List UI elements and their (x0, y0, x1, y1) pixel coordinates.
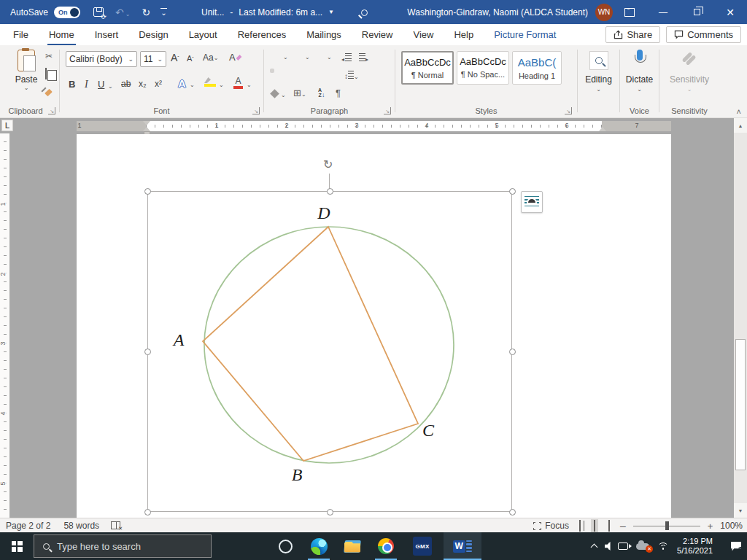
document-title[interactable]: Unit... - Last Modified: 6m a... ▼ (201, 0, 334, 24)
tab-insert[interactable]: Insert (85, 24, 129, 45)
taskbar-search-box[interactable]: Type here to search (34, 534, 212, 558)
rotate-handle-icon[interactable]: ↻ (323, 158, 333, 171)
style-heading1[interactable]: AaBbC( Heading 1 (512, 51, 562, 85)
clear-formatting-button[interactable]: A (229, 52, 241, 63)
tab-mailings[interactable]: Mailings (296, 24, 352, 45)
tab-picture-format[interactable]: Picture Format (484, 24, 566, 45)
bold-button[interactable]: B (69, 79, 75, 90)
autosave-toggle[interactable]: On (54, 7, 80, 18)
web-layout-button[interactable] (605, 519, 613, 532)
vertical-ruler[interactable]: 1 2 3 4 5 (0, 133, 9, 518)
resize-handle-bottom-left[interactable] (144, 509, 151, 516)
shrink-font-button[interactable]: Aˇ (187, 54, 194, 63)
tab-home[interactable]: Home (39, 24, 85, 45)
multilevel-dropdown-icon[interactable]: ⌄ (327, 54, 332, 61)
restore-button[interactable] (680, 0, 713, 24)
quick-access-more-icon[interactable]: ⌄ (160, 8, 166, 17)
font-dialog-launcher[interactable] (252, 107, 260, 114)
tab-file[interactable]: File (3, 24, 39, 45)
wifi-icon[interactable] (657, 542, 669, 551)
proofing-errors-icon[interactable] (111, 521, 120, 529)
print-layout-button[interactable] (591, 519, 598, 532)
align-left-button[interactable] (270, 69, 274, 73)
strikethrough-button[interactable]: ab (121, 79, 131, 89)
resize-handle-mid-left[interactable] (144, 349, 151, 355)
sensitivity-button[interactable] (659, 51, 719, 67)
redo-icon[interactable]: ↻ (142, 7, 150, 18)
italic-button[interactable]: I (85, 79, 88, 90)
close-button[interactable]: ✕ (713, 0, 747, 24)
first-line-indent-marker[interactable] (143, 121, 150, 125)
tab-selector[interactable]: L (1, 120, 13, 131)
text-effects-button[interactable]: A (178, 77, 186, 90)
editing-button[interactable] (578, 51, 619, 70)
start-button[interactable] (0, 532, 34, 560)
zoom-in-icon[interactable]: + (708, 521, 713, 532)
minimize-button[interactable]: — (646, 0, 680, 24)
taskbar-gmx-button[interactable]: GMX (406, 532, 439, 560)
bullets-dropdown-icon[interactable]: ⌄ (283, 54, 288, 61)
font-color-button[interactable]: A (233, 76, 243, 89)
scroll-up-icon[interactable]: ▲ (734, 118, 747, 133)
tab-view[interactable]: View (403, 24, 444, 45)
document-page[interactable]: D A B C ↻ (77, 134, 671, 518)
word-count[interactable]: 58 words (63, 521, 99, 531)
text-effects-dropdown-icon[interactable]: ⌄ (190, 82, 195, 88)
tab-layout[interactable]: Layout (179, 24, 228, 45)
user-name[interactable]: Washington-Gindraw, Naomi (ALDCA Student… (407, 7, 588, 18)
line-spacing-button[interactable]: ↕⌄ (344, 70, 359, 81)
paste-button[interactable]: Paste ⌄ (7, 50, 45, 91)
taskbar-cortana-button[interactable] (268, 532, 302, 560)
resize-handle-top-right[interactable] (509, 188, 516, 195)
avatar[interactable]: WN (595, 4, 613, 21)
horizontal-ruler[interactable]: 1 1 2 3 4 5 6 7 (77, 121, 671, 131)
taskbar-edge-button[interactable] (302, 532, 336, 560)
save-icon[interactable] (93, 7, 104, 17)
underline-button[interactable]: U (98, 79, 104, 90)
tab-design[interactable]: Design (128, 24, 178, 45)
comments-button[interactable]: Comments (666, 26, 741, 43)
tab-help[interactable]: Help (444, 24, 484, 45)
cut-button[interactable]: ✂ (45, 51, 53, 61)
read-mode-button[interactable] (576, 519, 584, 532)
tab-review[interactable]: Review (352, 24, 403, 45)
shading-button[interactable]: ⌄ (271, 89, 286, 99)
highlight-button[interactable] (204, 77, 216, 87)
tray-expand-icon[interactable] (591, 544, 598, 551)
zoom-level[interactable]: 100% (720, 521, 743, 531)
subscript-button[interactable]: x₂ (139, 79, 147, 89)
font-size-select[interactable]: 11⌄ (140, 51, 166, 67)
show-hide-button[interactable]: ¶ (336, 88, 341, 98)
vertical-scrollbar[interactable]: ▲ ▼ (734, 118, 747, 518)
taskbar-word-button[interactable]: W (444, 532, 481, 560)
paragraph-dialog-launcher[interactable] (384, 107, 391, 114)
decrease-indent-button[interactable]: ◂ (341, 52, 352, 63)
volume-icon[interactable] (605, 542, 610, 551)
taskbar-clock[interactable]: 2:19 PM 5/16/2021 (677, 537, 713, 556)
focus-button[interactable]: Focus (533, 521, 569, 531)
borders-button[interactable]: ⊞⌄ (293, 88, 306, 98)
undo-icon[interactable]: ↶⌄ (115, 7, 130, 18)
ribbon-display-options-button[interactable] (613, 0, 646, 24)
share-button[interactable]: Share (605, 26, 660, 43)
dictate-dropdown-icon[interactable]: ⌄ (620, 86, 659, 93)
resize-handle-bottom-center[interactable] (327, 509, 333, 516)
style-no-spacing[interactable]: AaBbCcDc ¶ No Spac... (457, 51, 509, 85)
paste-dropdown-icon[interactable]: ⌄ (7, 85, 45, 91)
resize-handle-top-center[interactable] (327, 188, 333, 195)
zoom-out-icon[interactable]: – (620, 520, 626, 532)
underline-dropdown-icon[interactable]: ⌄ (108, 83, 113, 90)
taskbar-chrome-button[interactable] (369, 532, 403, 560)
copy-button[interactable] (45, 69, 47, 79)
editing-dropdown-icon[interactable]: ⌄ (578, 86, 619, 93)
change-case-button[interactable]: Aa⌄ (203, 52, 218, 63)
dictate-button[interactable] (620, 50, 659, 69)
font-color-dropdown-icon[interactable]: ⌄ (247, 82, 252, 88)
resize-handle-mid-right[interactable] (509, 349, 516, 355)
action-center-icon[interactable]: 1 (731, 542, 741, 551)
meet-now-icon[interactable] (618, 542, 628, 550)
taskbar-explorer-button[interactable] (336, 532, 369, 560)
layout-options-button[interactable] (521, 191, 543, 213)
highlight-dropdown-icon[interactable]: ⌄ (219, 82, 224, 88)
right-indent-marker[interactable] (599, 127, 606, 131)
